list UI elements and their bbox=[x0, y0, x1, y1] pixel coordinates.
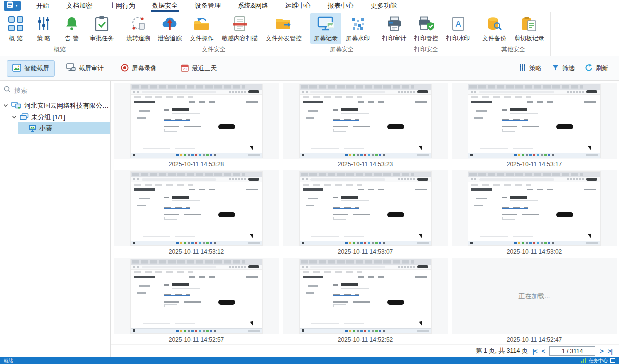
tree-node[interactable]: 未分组 [1/1] bbox=[0, 111, 110, 122]
date-range-button[interactable]: 23 最近三天 bbox=[175, 60, 222, 77]
prev-page-button[interactable]: < bbox=[542, 347, 545, 355]
menu-tab-7[interactable]: 运维中心 bbox=[277, 0, 319, 12]
screenshot-cell[interactable]: 正在加载... 2025-10-11 14:52:47 bbox=[452, 258, 617, 346]
screenshot-thumb-area[interactable]: 正在加载... bbox=[452, 258, 617, 334]
thumb-url-bar bbox=[310, 266, 385, 268]
app-icon bbox=[7, 1, 14, 10]
ribbon-button[interactable]: 敏感内容扫描 bbox=[218, 13, 261, 44]
menu-tab-6[interactable]: 系统&网络 bbox=[229, 0, 277, 12]
menu-tab-4[interactable]: 数据安全 bbox=[144, 0, 186, 12]
ribbon-button[interactable]: 泄密追踪 bbox=[155, 13, 185, 44]
file-backup-icon bbox=[486, 15, 503, 32]
screenshot-thumbnail[interactable] bbox=[131, 84, 262, 158]
screenshot-thumb-area[interactable] bbox=[283, 83, 448, 159]
chevron-down-icon[interactable] bbox=[11, 115, 17, 119]
screen-watermark-icon bbox=[349, 15, 366, 32]
screenshot-thumb-area[interactable] bbox=[283, 258, 448, 334]
ribbon-button[interactable]: 文件操作 bbox=[186, 13, 217, 44]
policy-small-icon bbox=[519, 64, 526, 73]
first-page-button[interactable]: |< bbox=[532, 347, 537, 355]
screenshot-cell[interactable]: 2025-10-11 14:52:52 bbox=[283, 258, 448, 346]
screenshot-cell[interactable]: 2025-10-11 14:53:23 bbox=[283, 83, 448, 170]
screenshot-timestamp: 2025-10-11 14:53:12 bbox=[114, 246, 279, 257]
screenshot-thumb-area[interactable] bbox=[452, 170, 617, 246]
screenshot-cell[interactable]: 2025-10-11 14:53:28 bbox=[114, 83, 279, 170]
ribbon-button[interactable]: 审批任务 bbox=[86, 13, 117, 44]
search-input[interactable] bbox=[14, 87, 105, 94]
screenshot-thumbnail[interactable] bbox=[131, 172, 262, 245]
screenshot-thumbnail[interactable] bbox=[131, 259, 262, 333]
chevron-down-icon[interactable] bbox=[3, 103, 9, 108]
screenshot-cell[interactable]: 2025-10-11 14:53:17 bbox=[452, 83, 617, 170]
ribbon-button[interactable]: 打印审计 bbox=[379, 13, 410, 44]
screenshot-timestamp: 2025-10-11 14:53:02 bbox=[452, 246, 617, 257]
toolbar-button[interactable]: 智能截屏 bbox=[7, 60, 55, 77]
screenshot-cell[interactable]: 2025-10-11 14:53:02 bbox=[452, 170, 617, 258]
thumb-taskbar bbox=[300, 241, 431, 245]
device-tree: 河北安国云网络科技有限公司 [1/1] 未分组 [1/1] 小葵 bbox=[0, 100, 110, 134]
file-operation-icon bbox=[193, 15, 210, 32]
screenshot-thumbnail[interactable] bbox=[468, 172, 600, 245]
screenshot-cell[interactable]: 2025-10-11 14:53:12 bbox=[114, 170, 279, 258]
menu-tab-5[interactable]: 设备管理 bbox=[186, 0, 229, 12]
screenshot-thumb-area[interactable] bbox=[114, 170, 279, 246]
screenshot-timestamp: 2025-10-11 14:53:17 bbox=[452, 159, 617, 170]
app-menu-button[interactable]: ▾ bbox=[4, 1, 21, 11]
ribbon-group-buttons: 文件备份 剪切板记录 bbox=[479, 13, 548, 44]
ribbon: 概 览 策 略 告 警 审批任务 概览 流转追溯 泄密追踪 文件操作 敏感内容扫… bbox=[0, 12, 619, 56]
thumb-black-pill bbox=[556, 124, 573, 129]
menu-tab-9[interactable]: 更多功能 bbox=[362, 0, 405, 12]
screenshot-thumb-area[interactable] bbox=[114, 83, 279, 159]
sidebar: 河北安国云网络科技有限公司 [1/1] 未分组 [1/1] 小葵 bbox=[0, 81, 111, 357]
ribbon-button[interactable]: 屏幕记录 bbox=[310, 13, 341, 44]
ribbon-group-label: 概览 bbox=[2, 44, 117, 56]
menu-bar: ▾ 开始文档加密上网行为数据安全设备管理系统&网络运维中心报表中心更多功能 bbox=[0, 0, 619, 12]
ribbon-button[interactable]: 告 警 bbox=[58, 13, 85, 44]
screenshot-cell[interactable]: 2025-10-11 14:52:57 bbox=[114, 258, 279, 346]
ribbon-button[interactable]: 文件备份 bbox=[479, 13, 510, 44]
ribbon-button[interactable]: 流转追溯 bbox=[123, 13, 154, 44]
menu-tab-2[interactable]: 文档加密 bbox=[58, 0, 101, 12]
ribbon-button[interactable]: 策 略 bbox=[30, 13, 57, 44]
toolbar-button[interactable]: 刷新 bbox=[581, 60, 612, 77]
menu-tab-1[interactable]: 开始 bbox=[28, 0, 58, 12]
last-page-button[interactable]: >| bbox=[608, 347, 612, 355]
search-box[interactable] bbox=[0, 81, 110, 99]
toolbar-button[interactable]: 截屏审计 bbox=[61, 60, 109, 77]
thumb-bookmarks bbox=[134, 184, 193, 186]
search-icon bbox=[4, 86, 11, 95]
tree-node[interactable]: 河北安国云网络科技有限公司 [1/1] bbox=[0, 100, 110, 111]
thumb-cursor bbox=[250, 232, 256, 238]
menu-tab-3[interactable]: 上网行为 bbox=[101, 0, 144, 12]
ribbon-button[interactable]: 文件外发管控 bbox=[262, 13, 305, 44]
thumb-bookmarks bbox=[303, 271, 362, 273]
screenshot-thumbnail[interactable] bbox=[300, 259, 431, 333]
toolbar-button[interactable]: 屏幕录像 bbox=[115, 60, 162, 77]
toolbar-button[interactable]: 筛选 bbox=[548, 60, 579, 77]
ribbon-group: 文件备份 剪切板记录 其他安全 bbox=[476, 12, 551, 56]
screenshot-timestamp: 2025-10-11 14:52:57 bbox=[114, 334, 279, 345]
page-number-input[interactable] bbox=[549, 346, 595, 356]
ribbon-button[interactable]: A 打印水印 bbox=[443, 13, 473, 44]
screenshot-thumbnail[interactable] bbox=[468, 84, 600, 158]
screenshot-cell[interactable]: 2025-10-11 14:53:07 bbox=[283, 170, 448, 258]
ribbon-button[interactable]: 屏幕水印 bbox=[342, 13, 373, 44]
ribbon-button[interactable]: 剪切板记录 bbox=[511, 13, 548, 44]
screenshot-grid: 2025-10-11 14:53:28 2025-10-11 14:53:23 bbox=[111, 81, 619, 344]
content-area: 2025-10-11 14:53:28 2025-10-11 14:53:23 bbox=[111, 81, 619, 357]
toolbar-button[interactable]: 策略 bbox=[515, 60, 546, 77]
screenshot-thumb-area[interactable] bbox=[114, 258, 279, 334]
next-page-button[interactable]: > bbox=[600, 347, 603, 355]
screenshot-thumbnail[interactable] bbox=[300, 84, 431, 158]
task-center-button[interactable]: 任务中心 bbox=[589, 358, 608, 364]
screenshot-thumb-area[interactable] bbox=[452, 83, 617, 159]
tree-node[interactable]: 小葵 bbox=[0, 122, 110, 134]
menu-tab-8[interactable]: 报表中心 bbox=[319, 0, 362, 12]
screenshot-thumbnail[interactable] bbox=[300, 172, 431, 245]
thumb-browser-tabstrip bbox=[468, 172, 600, 177]
ribbon-button[interactable]: 概 览 bbox=[2, 13, 29, 44]
ribbon-button[interactable]: 打印管控 bbox=[411, 13, 442, 44]
status-bar: 就绪 任务中心 bbox=[0, 357, 619, 364]
file-outgoing-icon bbox=[275, 15, 292, 32]
screenshot-thumb-area[interactable] bbox=[283, 170, 448, 246]
